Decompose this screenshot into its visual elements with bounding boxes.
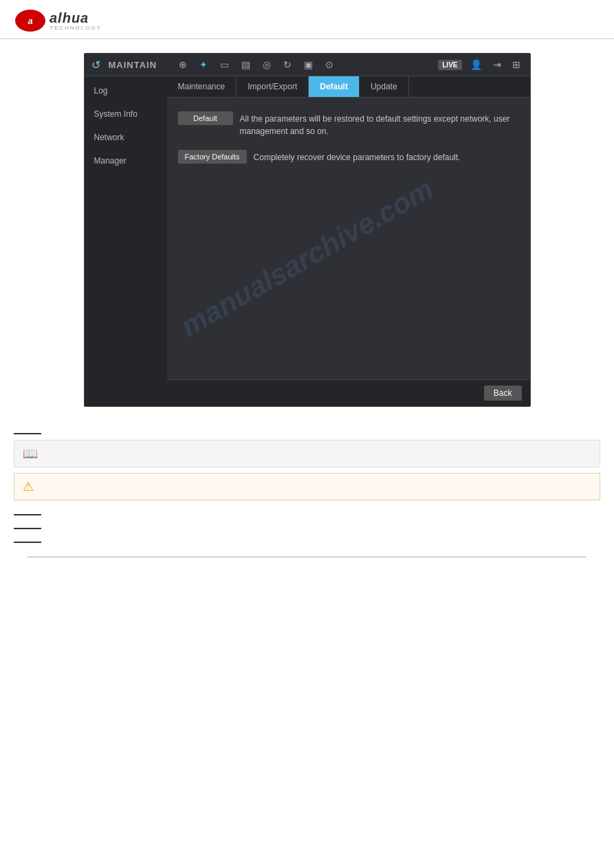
factory-defaults-button[interactable]: Factory Defaults: [178, 150, 247, 164]
maintain-icon: ↺: [91, 58, 100, 71]
sidebar: Log System Info Network Manager: [85, 76, 167, 406]
factory-defaults-row: Factory Defaults Completely recover devi…: [178, 150, 519, 164]
main-panel: Maintenance Import/Export Default Update…: [167, 76, 530, 406]
page-bottom-rule: [28, 557, 586, 557]
svg-text:a: a: [28, 16, 32, 26]
tabs: Maintenance Import/Export Default Update: [167, 76, 530, 98]
refresh-icon[interactable]: ↻: [281, 58, 294, 71]
settings-icon[interactable]: ⊕: [176, 58, 190, 71]
sidebar-item-log[interactable]: Log: [85, 79, 167, 102]
monitor-icon[interactable]: ▣: [301, 58, 316, 71]
page-header: a alhua TECHNOLOGY: [0, 0, 614, 39]
default-button[interactable]: Default: [178, 111, 233, 125]
toolbar: ↺ MAINTAIN ⊕ ✦ ▭ ▤ ◎ ↻ ▣ ⊙ LIVE 👤 ⇥ ⊞: [85, 54, 530, 76]
brand-name: alhua: [50, 10, 102, 25]
network-icon[interactable]: ✦: [197, 58, 210, 71]
toolbar-icons: ⊕ ✦ ▭ ▤ ◎ ↻ ▣ ⊙: [176, 58, 432, 71]
default-description: All the parameters will be restored to d…: [240, 111, 519, 137]
warning-icon: ⚠: [23, 479, 34, 494]
exit-icon[interactable]: ⇥: [490, 58, 504, 71]
bottom-lines: [14, 514, 600, 543]
headset-icon[interactable]: ◎: [260, 58, 274, 71]
sidebar-item-manager[interactable]: Manager: [85, 149, 167, 173]
sidebar-item-network[interactable]: Network: [85, 126, 167, 149]
toolbar-right: LIVE 👤 ⇥ ⊞: [438, 58, 523, 71]
step-line-4: [14, 542, 41, 543]
panel-content: Default All the parameters will be resto…: [167, 98, 530, 379]
storage-icon[interactable]: ▭: [217, 58, 232, 71]
factory-defaults-description: Completely recover device parameters to …: [254, 150, 461, 164]
warning-box: ⚠: [14, 473, 600, 500]
tab-update[interactable]: Update: [360, 76, 409, 97]
back-button[interactable]: Back: [484, 386, 522, 401]
toolbar-title: MAINTAIN: [109, 60, 157, 70]
grid-icon[interactable]: ⊞: [509, 58, 523, 71]
ui-window-wrapper: ↺ MAINTAIN ⊕ ✦ ▭ ▤ ◎ ↻ ▣ ⊙ LIVE 👤 ⇥ ⊞: [0, 39, 614, 421]
sidebar-item-system-info[interactable]: System Info: [85, 102, 167, 126]
tab-default[interactable]: Default: [309, 76, 360, 97]
step-line-1: [14, 433, 41, 434]
note-icon: 📖: [23, 446, 38, 461]
camera-icon[interactable]: ▤: [239, 58, 253, 71]
content-area: Log System Info Network Manager Maintena…: [85, 76, 530, 406]
live-badge: LIVE: [438, 60, 461, 70]
brand-subtitle: TECHNOLOGY: [50, 25, 102, 32]
logo: a alhua TECHNOLOGY: [14, 8, 102, 33]
panel-footer: Back: [167, 379, 530, 406]
step-line-3: [14, 528, 41, 529]
ui-window: ↺ MAINTAIN ⊕ ✦ ▭ ▤ ◎ ↻ ▣ ⊙ LIVE 👤 ⇥ ⊞: [84, 53, 531, 407]
default-row: Default All the parameters will be resto…: [178, 111, 519, 137]
user-icon[interactable]: 👤: [468, 58, 485, 71]
tab-maintenance[interactable]: Maintenance: [167, 76, 237, 97]
info-box: 📖: [14, 440, 600, 467]
dahua-logo-icon: a: [14, 8, 47, 33]
tab-import-export[interactable]: Import/Export: [237, 76, 309, 97]
support-icon[interactable]: ⊙: [322, 58, 336, 71]
below-content: 📖 ⚠: [14, 433, 600, 557]
step-line-2: [14, 514, 41, 515]
